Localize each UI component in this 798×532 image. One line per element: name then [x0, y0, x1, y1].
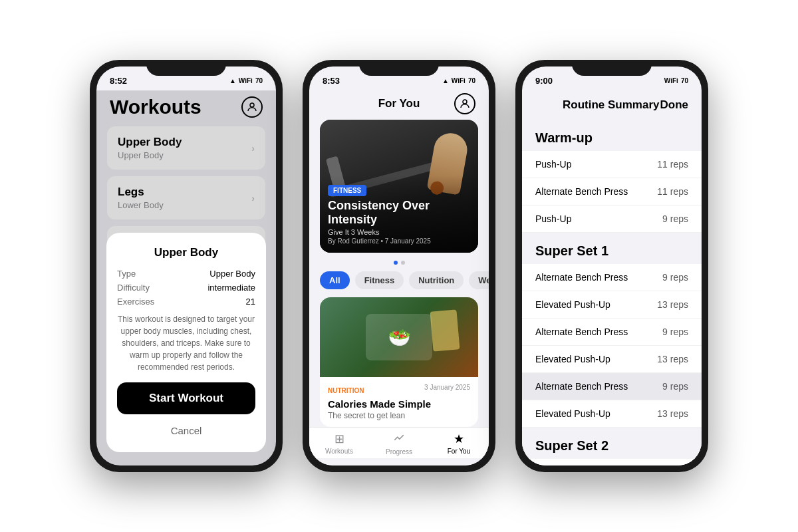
exercise-name: Elevated Push-Up: [535, 354, 610, 364]
phone-notch: [146, 60, 226, 76]
filter-fitness[interactable]: Fitness: [355, 271, 404, 289]
modal-exercises-row: Exercises 21: [117, 297, 255, 307]
tab-progress[interactable]: Progress: [369, 432, 429, 456]
difficulty-value: intermediate: [207, 283, 255, 293]
summary-header: Routine Summary Done: [522, 90, 702, 120]
signal-icon-2: ▲: [442, 77, 449, 84]
type-label: Type: [117, 269, 136, 279]
status-time-3: 9:00: [535, 76, 553, 86]
article-card[interactable]: 🥗 NUTRITION 3 January 2025 Calories Made…: [320, 297, 478, 427]
exercise-name: Alternate Bench Press: [535, 186, 628, 197]
section-superset2: Super Set 2: [522, 428, 702, 459]
exercise-elevated-pushup-2: Elevated Push-Up 13 reps: [522, 346, 702, 373]
filter-wellness[interactable]: Wellness: [469, 271, 489, 289]
exercise-reps: 13 reps: [657, 299, 688, 310]
exercise-elevated-pushup-3: Elevated Push-Up 13 reps: [522, 400, 702, 428]
modal-overlay: Upper Body Type Upper Body Difficulty in…: [96, 90, 276, 466]
exercise-name: Push-Up: [535, 213, 571, 224]
warmup-label: Warm-up: [535, 130, 688, 146]
phone-routine-summary: 9:00 WiFi 70 Routine Summary Done Warm-u…: [515, 60, 708, 472]
cancel-button[interactable]: Cancel: [117, 420, 255, 442]
article-info: NUTRITION 3 January 2025 Calories Made S…: [320, 377, 478, 427]
exercise-alt-bench-1: Alternate Bench Press 11 reps: [522, 178, 702, 205]
dot-1[interactable]: [394, 261, 398, 265]
exercise-name: Push-Up: [535, 159, 571, 170]
exercise-reps: 9 reps: [662, 272, 688, 283]
exercise-name: Elevated Push-Up: [535, 299, 610, 310]
carousel-dots: [309, 261, 489, 265]
dot-2[interactable]: [401, 261, 405, 265]
fitness-badge: FITNESS: [328, 185, 366, 196]
filter-nutrition[interactable]: Nutrition: [409, 271, 464, 289]
modal-type-row: Type Upper Body: [117, 269, 255, 279]
modal-title: Upper Body: [117, 246, 255, 259]
hero-title: Consistency Over Intensity: [328, 199, 470, 227]
tab-bar: ⊞ Workouts Progress ★ For You: [309, 427, 489, 458]
article-date: 3 January 2025: [424, 384, 470, 391]
exercises-value: 21: [246, 297, 255, 307]
battery-icon-3: 70: [681, 77, 688, 84]
wifi-icon-3: WiFi: [664, 77, 678, 84]
exercise-reps: 9 reps: [662, 213, 688, 224]
exercise-alt-bench-2: Alternate Bench Press 9 reps: [522, 264, 702, 291]
exercises-label: Exercises: [117, 297, 154, 307]
exercise-name: Alternate Bench Press: [535, 327, 628, 337]
for-you-tab-label: For You: [448, 448, 470, 455]
exercise-reps: 13 reps: [657, 354, 688, 364]
exercise-name: Alternate Bench Press: [535, 272, 628, 283]
profile-button-2[interactable]: [454, 93, 475, 114]
status-icons-3: WiFi 70: [664, 77, 688, 84]
phone-notch-3: [572, 60, 652, 76]
signal-icon: ▲: [229, 77, 236, 84]
hero-overlay: FITNESS Consistency Over Intensity Give …: [320, 176, 478, 253]
tab-for-you[interactable]: ★ For You: [429, 432, 489, 456]
status-time-1: 8:52: [110, 76, 127, 86]
exercise-reps: 11 reps: [657, 159, 688, 170]
phone-workouts: 8:52 ▲ WiFi 70 Workouts: [90, 60, 283, 472]
exercise-elevated-pushup-1: Elevated Push-Up 13 reps: [522, 291, 702, 319]
done-button[interactable]: Done: [660, 98, 688, 112]
article-title: Calories Made Simple: [328, 398, 470, 410]
exercise-incline-dumbbell: Incline Dumbbell Bench Press 11 reps: [522, 459, 702, 466]
start-workout-button[interactable]: Start Workout: [117, 382, 255, 414]
workouts-tab-label: Workouts: [325, 448, 353, 455]
status-icons-1: ▲ WiFi 70: [229, 77, 263, 84]
exercise-alt-bench-3: Alternate Bench Press 9 reps: [522, 319, 702, 346]
hero-author: By Rod Gutierrez • 7 January 2025: [328, 237, 470, 245]
wifi-icon-2: WiFi: [452, 77, 466, 84]
hero-card[interactable]: FITNESS Consistency Over Intensity Give …: [320, 120, 478, 253]
battery-icon: 70: [255, 77, 263, 84]
tab-workouts[interactable]: ⊞ Workouts: [309, 432, 369, 456]
exercise-pushup-1: Push-Up 11 reps: [522, 151, 702, 178]
modal-difficulty-row: Difficulty intermediate: [117, 283, 255, 293]
wifi-icon: WiFi: [239, 77, 253, 84]
modal-description: This workout is designed to target your …: [117, 313, 255, 373]
section-warmup: Warm-up: [522, 120, 702, 151]
battery-icon-2: 70: [468, 77, 475, 84]
for-you-tab-icon: ★: [454, 432, 464, 446]
workout-detail-modal: Upper Body Type Upper Body Difficulty in…: [106, 233, 266, 452]
filter-bar: All Fitness Nutrition Wellness: [309, 271, 489, 289]
for-you-title: For You: [378, 97, 420, 110]
exercise-name: Alternate Bench Press: [535, 381, 628, 392]
article-image: 🥗: [320, 297, 478, 377]
nutrition-badge: NUTRITION: [328, 387, 364, 394]
exercise-reps: 9 reps: [662, 381, 688, 392]
exercise-reps: 9 reps: [662, 327, 688, 337]
status-time-2: 8:53: [323, 76, 340, 86]
for-you-header: For You: [309, 90, 489, 120]
exercise-name: Elevated Push-Up: [535, 408, 610, 419]
status-icons-2: ▲ WiFi 70: [442, 77, 475, 84]
filter-all[interactable]: All: [320, 271, 350, 289]
exercise-reps: 11 reps: [657, 186, 688, 197]
progress-tab-label: Progress: [386, 448, 412, 456]
progress-tab-icon: [393, 432, 405, 447]
phone-notch-2: [359, 60, 439, 76]
hero-subtitle: Give It 3 Weeks: [328, 228, 470, 236]
summary-list: Warm-up Push-Up 11 reps Alternate Bench …: [522, 120, 702, 466]
exercise-alt-bench-highlighted: Alternate Bench Press 9 reps: [522, 373, 702, 400]
exercise-pushup-2: Push-Up 9 reps: [522, 205, 702, 233]
summary-title: Routine Summary: [563, 98, 659, 112]
superset1-label: Super Set 1: [535, 243, 688, 259]
article-subtitle: The secret to get lean: [328, 411, 470, 420]
